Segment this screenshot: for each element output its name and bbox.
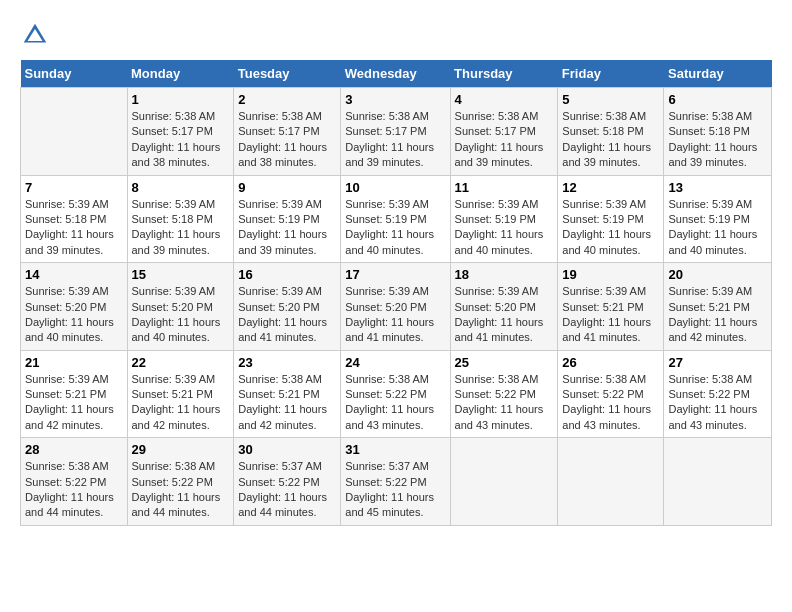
day-info: Sunrise: 5:39 AM Sunset: 5:19 PM Dayligh… <box>238 197 336 259</box>
calendar-cell <box>558 438 664 526</box>
day-info: Sunrise: 5:38 AM Sunset: 5:22 PM Dayligh… <box>455 372 554 434</box>
calendar-cell: 9Sunrise: 5:39 AM Sunset: 5:19 PM Daylig… <box>234 175 341 263</box>
day-number: 23 <box>238 355 336 370</box>
calendar-cell: 11Sunrise: 5:39 AM Sunset: 5:19 PM Dayli… <box>450 175 558 263</box>
day-info: Sunrise: 5:38 AM Sunset: 5:17 PM Dayligh… <box>132 109 230 171</box>
day-info: Sunrise: 5:39 AM Sunset: 5:21 PM Dayligh… <box>668 284 767 346</box>
calendar-cell: 26Sunrise: 5:38 AM Sunset: 5:22 PM Dayli… <box>558 350 664 438</box>
calendar-cell: 10Sunrise: 5:39 AM Sunset: 5:19 PM Dayli… <box>341 175 450 263</box>
calendar-cell: 12Sunrise: 5:39 AM Sunset: 5:19 PM Dayli… <box>558 175 664 263</box>
day-info: Sunrise: 5:38 AM Sunset: 5:22 PM Dayligh… <box>132 459 230 521</box>
day-number: 9 <box>238 180 336 195</box>
calendar-cell: 2Sunrise: 5:38 AM Sunset: 5:17 PM Daylig… <box>234 88 341 176</box>
day-number: 25 <box>455 355 554 370</box>
header-friday: Friday <box>558 60 664 88</box>
day-info: Sunrise: 5:39 AM Sunset: 5:20 PM Dayligh… <box>132 284 230 346</box>
calendar-cell: 4Sunrise: 5:38 AM Sunset: 5:17 PM Daylig… <box>450 88 558 176</box>
calendar-cell: 18Sunrise: 5:39 AM Sunset: 5:20 PM Dayli… <box>450 263 558 351</box>
calendar-cell: 25Sunrise: 5:38 AM Sunset: 5:22 PM Dayli… <box>450 350 558 438</box>
day-number: 19 <box>562 267 659 282</box>
day-info: Sunrise: 5:38 AM Sunset: 5:17 PM Dayligh… <box>455 109 554 171</box>
calendar-cell: 5Sunrise: 5:38 AM Sunset: 5:18 PM Daylig… <box>558 88 664 176</box>
calendar-week-5: 28Sunrise: 5:38 AM Sunset: 5:22 PM Dayli… <box>21 438 772 526</box>
day-number: 24 <box>345 355 445 370</box>
day-number: 31 <box>345 442 445 457</box>
calendar-cell: 1Sunrise: 5:38 AM Sunset: 5:17 PM Daylig… <box>127 88 234 176</box>
header-saturday: Saturday <box>664 60 772 88</box>
day-info: Sunrise: 5:39 AM Sunset: 5:21 PM Dayligh… <box>562 284 659 346</box>
day-number: 18 <box>455 267 554 282</box>
calendar-cell: 31Sunrise: 5:37 AM Sunset: 5:22 PM Dayli… <box>341 438 450 526</box>
header-sunday: Sunday <box>21 60 128 88</box>
day-info: Sunrise: 5:37 AM Sunset: 5:22 PM Dayligh… <box>238 459 336 521</box>
header-tuesday: Tuesday <box>234 60 341 88</box>
day-number: 27 <box>668 355 767 370</box>
day-info: Sunrise: 5:39 AM Sunset: 5:21 PM Dayligh… <box>25 372 123 434</box>
calendar-cell: 28Sunrise: 5:38 AM Sunset: 5:22 PM Dayli… <box>21 438 128 526</box>
calendar-cell: 22Sunrise: 5:39 AM Sunset: 5:21 PM Dayli… <box>127 350 234 438</box>
day-info: Sunrise: 5:39 AM Sunset: 5:19 PM Dayligh… <box>345 197 445 259</box>
calendar-cell <box>450 438 558 526</box>
day-number: 10 <box>345 180 445 195</box>
day-number: 21 <box>25 355 123 370</box>
calendar-week-1: 1Sunrise: 5:38 AM Sunset: 5:17 PM Daylig… <box>21 88 772 176</box>
day-info: Sunrise: 5:39 AM Sunset: 5:19 PM Dayligh… <box>562 197 659 259</box>
header-monday: Monday <box>127 60 234 88</box>
day-number: 29 <box>132 442 230 457</box>
day-number: 14 <box>25 267 123 282</box>
day-info: Sunrise: 5:39 AM Sunset: 5:20 PM Dayligh… <box>345 284 445 346</box>
calendar-week-3: 14Sunrise: 5:39 AM Sunset: 5:20 PM Dayli… <box>21 263 772 351</box>
header-wednesday: Wednesday <box>341 60 450 88</box>
logo <box>20 20 54 50</box>
day-number: 20 <box>668 267 767 282</box>
logo-icon <box>20 20 50 50</box>
calendar-cell: 17Sunrise: 5:39 AM Sunset: 5:20 PM Dayli… <box>341 263 450 351</box>
day-info: Sunrise: 5:39 AM Sunset: 5:18 PM Dayligh… <box>132 197 230 259</box>
day-number: 16 <box>238 267 336 282</box>
day-info: Sunrise: 5:38 AM Sunset: 5:22 PM Dayligh… <box>562 372 659 434</box>
calendar-cell <box>664 438 772 526</box>
day-info: Sunrise: 5:39 AM Sunset: 5:19 PM Dayligh… <box>455 197 554 259</box>
page-header <box>20 20 772 50</box>
day-number: 1 <box>132 92 230 107</box>
calendar-cell <box>21 88 128 176</box>
day-number: 30 <box>238 442 336 457</box>
calendar-cell: 14Sunrise: 5:39 AM Sunset: 5:20 PM Dayli… <box>21 263 128 351</box>
calendar-cell: 16Sunrise: 5:39 AM Sunset: 5:20 PM Dayli… <box>234 263 341 351</box>
calendar-cell: 21Sunrise: 5:39 AM Sunset: 5:21 PM Dayli… <box>21 350 128 438</box>
calendar-cell: 20Sunrise: 5:39 AM Sunset: 5:21 PM Dayli… <box>664 263 772 351</box>
header-thursday: Thursday <box>450 60 558 88</box>
day-number: 2 <box>238 92 336 107</box>
day-number: 11 <box>455 180 554 195</box>
day-info: Sunrise: 5:39 AM Sunset: 5:19 PM Dayligh… <box>668 197 767 259</box>
day-number: 26 <box>562 355 659 370</box>
day-info: Sunrise: 5:38 AM Sunset: 5:17 PM Dayligh… <box>345 109 445 171</box>
day-info: Sunrise: 5:38 AM Sunset: 5:22 PM Dayligh… <box>25 459 123 521</box>
calendar-cell: 3Sunrise: 5:38 AM Sunset: 5:17 PM Daylig… <box>341 88 450 176</box>
day-info: Sunrise: 5:38 AM Sunset: 5:18 PM Dayligh… <box>562 109 659 171</box>
day-info: Sunrise: 5:37 AM Sunset: 5:22 PM Dayligh… <box>345 459 445 521</box>
day-info: Sunrise: 5:38 AM Sunset: 5:21 PM Dayligh… <box>238 372 336 434</box>
day-number: 28 <box>25 442 123 457</box>
calendar-week-4: 21Sunrise: 5:39 AM Sunset: 5:21 PM Dayli… <box>21 350 772 438</box>
day-number: 12 <box>562 180 659 195</box>
day-number: 15 <box>132 267 230 282</box>
day-number: 4 <box>455 92 554 107</box>
calendar-cell: 29Sunrise: 5:38 AM Sunset: 5:22 PM Dayli… <box>127 438 234 526</box>
day-info: Sunrise: 5:39 AM Sunset: 5:21 PM Dayligh… <box>132 372 230 434</box>
calendar-cell: 30Sunrise: 5:37 AM Sunset: 5:22 PM Dayli… <box>234 438 341 526</box>
calendar-table: SundayMondayTuesdayWednesdayThursdayFrid… <box>20 60 772 526</box>
day-info: Sunrise: 5:39 AM Sunset: 5:20 PM Dayligh… <box>238 284 336 346</box>
calendar-cell: 6Sunrise: 5:38 AM Sunset: 5:18 PM Daylig… <box>664 88 772 176</box>
calendar-cell: 15Sunrise: 5:39 AM Sunset: 5:20 PM Dayli… <box>127 263 234 351</box>
day-number: 22 <box>132 355 230 370</box>
day-number: 13 <box>668 180 767 195</box>
calendar-cell: 24Sunrise: 5:38 AM Sunset: 5:22 PM Dayli… <box>341 350 450 438</box>
day-info: Sunrise: 5:38 AM Sunset: 5:18 PM Dayligh… <box>668 109 767 171</box>
calendar-week-2: 7Sunrise: 5:39 AM Sunset: 5:18 PM Daylig… <box>21 175 772 263</box>
day-number: 6 <box>668 92 767 107</box>
day-number: 17 <box>345 267 445 282</box>
day-number: 5 <box>562 92 659 107</box>
calendar-cell: 13Sunrise: 5:39 AM Sunset: 5:19 PM Dayli… <box>664 175 772 263</box>
day-info: Sunrise: 5:38 AM Sunset: 5:17 PM Dayligh… <box>238 109 336 171</box>
